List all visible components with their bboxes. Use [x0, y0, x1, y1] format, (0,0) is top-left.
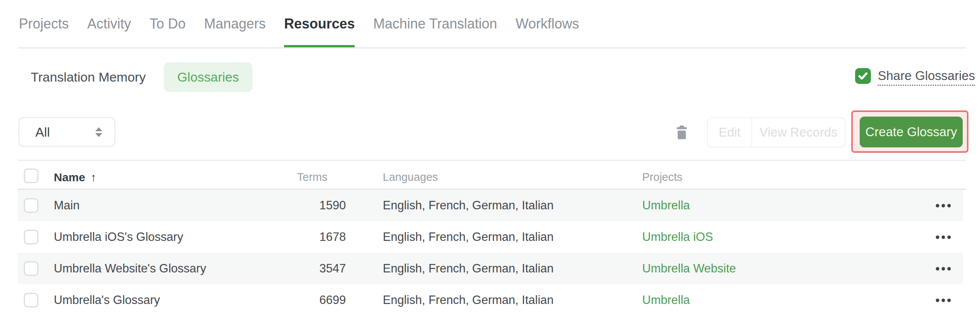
glossary-languages: English, French, German, Italian	[383, 284, 554, 316]
ellipsis-icon	[942, 204, 945, 207]
table-row: Umbrella Website's Glossary 3547 English…	[18, 253, 963, 284]
resource-subtabs: Translation Memory Glossaries	[31, 62, 252, 92]
glossary-languages: English, French, German, Italian	[383, 221, 554, 253]
ellipsis-icon	[947, 204, 951, 207]
dropdown-caret-icon	[95, 127, 102, 137]
row-menu-button[interactable]	[932, 190, 955, 221]
subtab-translation-memory[interactable]: Translation Memory	[31, 62, 146, 92]
ellipsis-icon	[942, 299, 945, 302]
glossary-languages: English, French, German, Italian	[383, 253, 554, 284]
glossary-name: Umbrella Website's Glossary	[54, 253, 206, 284]
row-checkbox[interactable]	[24, 198, 38, 213]
project-link[interactable]: Umbrella	[642, 284, 690, 316]
share-glossaries-control: Share Glossaries	[855, 68, 975, 86]
glossary-name: Umbrella iOS's Glossary	[54, 221, 183, 253]
glossary-filter-dropdown[interactable]: All	[18, 117, 115, 147]
ellipsis-icon	[942, 235, 945, 239]
tab-resources[interactable]: Resources	[284, 15, 355, 48]
select-all-checkbox[interactable]	[24, 169, 38, 183]
tab-projects[interactable]: Projects	[19, 15, 69, 48]
row-menu-button[interactable]	[932, 284, 955, 316]
ellipsis-icon	[936, 204, 939, 207]
create-glossary-button[interactable]: Create Glossary	[860, 117, 963, 147]
top-navigation: Projects Activity To Do Managers Resourc…	[19, 15, 579, 48]
view-records-button[interactable]: View Records	[751, 118, 845, 147]
glossaries-page: Projects Activity To Do Managers Resourc…	[0, 0, 980, 334]
filter-selected-value: All	[35, 125, 50, 140]
ellipsis-icon	[947, 267, 951, 271]
glossary-actions-group: Edit View Records	[707, 117, 845, 147]
tab-activity[interactable]: Activity	[87, 15, 131, 48]
row-checkbox[interactable]	[24, 230, 38, 244]
trash-icon	[677, 125, 687, 139]
nav-divider	[18, 47, 966, 48]
column-header-name[interactable]: Name↑	[54, 171, 96, 184]
column-header-terms[interactable]: Terms	[231, 171, 327, 184]
delete-button[interactable]	[673, 123, 690, 142]
table-top-divider	[18, 160, 966, 161]
tab-managers[interactable]: Managers	[204, 15, 266, 48]
tab-machine-translation[interactable]: Machine Translation	[373, 15, 497, 48]
project-link[interactable]: Umbrella iOS	[642, 221, 713, 253]
glossary-terms-count: 6699	[231, 284, 346, 316]
subtab-glossaries[interactable]: Glossaries	[164, 62, 252, 92]
sort-ascending-icon: ↑	[91, 171, 96, 184]
ellipsis-icon	[947, 299, 951, 302]
row-checkbox[interactable]	[24, 293, 38, 307]
share-glossaries-label[interactable]: Share Glossaries	[878, 68, 975, 86]
glossary-terms-count: 3547	[231, 253, 346, 284]
project-link[interactable]: Umbrella Website	[642, 253, 736, 284]
table-row: Main 1590 English, French, German, Itali…	[18, 190, 963, 221]
row-menu-button[interactable]	[932, 253, 955, 284]
tab-workflows[interactable]: Workflows	[515, 15, 579, 48]
ellipsis-icon	[942, 267, 945, 271]
ellipsis-icon	[936, 235, 939, 239]
column-header-languages[interactable]: Languages	[383, 171, 438, 184]
project-link[interactable]: Umbrella	[642, 190, 690, 221]
glossary-terms-count: 1590	[231, 190, 346, 221]
column-header-projects[interactable]: Projects	[642, 171, 683, 184]
edit-button[interactable]: Edit	[708, 118, 751, 147]
ellipsis-icon	[947, 235, 951, 239]
tab-todo[interactable]: To Do	[149, 15, 186, 48]
checkmark-icon	[857, 70, 869, 82]
table-row: Umbrella iOS's Glossary 1678 English, Fr…	[18, 221, 963, 253]
share-glossaries-checkbox[interactable]	[855, 68, 871, 84]
ellipsis-icon	[936, 299, 939, 302]
table-row: Umbrella's Glossary 6699 English, French…	[18, 284, 963, 316]
row-menu-button[interactable]	[932, 221, 955, 253]
glossary-name: Umbrella's Glossary	[54, 284, 160, 316]
row-checkbox[interactable]	[24, 261, 38, 276]
glossary-name: Main	[54, 190, 80, 221]
name-header-label: Name	[54, 171, 85, 184]
glossary-terms-count: 1678	[231, 221, 346, 253]
ellipsis-icon	[936, 267, 939, 271]
glossary-languages: English, French, German, Italian	[383, 190, 554, 221]
